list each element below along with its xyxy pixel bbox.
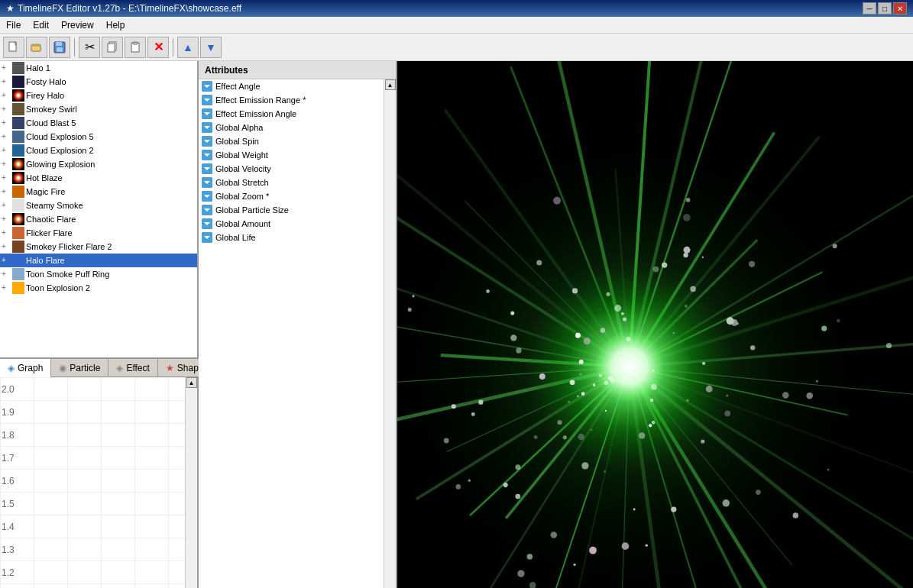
expand-btn-firey[interactable]: + [2, 91, 11, 100]
effect-item-frosty[interactable]: +Fosty Halo [0, 75, 197, 89]
particle-tab-label: Particle [70, 363, 100, 373]
minimize-button[interactable]: ─ [863, 2, 876, 15]
attr-label-10: Global Amount [215, 219, 270, 228]
expand-btn-toonsmoke[interactable]: + [2, 270, 11, 279]
attr-item-11[interactable]: Global Life [199, 231, 384, 244]
effect-icon-toonex [12, 282, 24, 294]
attr-item-9[interactable]: Global Particle Size [199, 203, 384, 217]
attr-item-7[interactable]: Global Stretch [199, 176, 384, 189]
effect-item-cloudex5[interactable]: +Cloud Explosion 5 [0, 130, 197, 144]
effect-item-toonsmoke[interactable]: +Toon Smoke Puff Ring [0, 267, 197, 281]
move-up-button[interactable]: ▲ [177, 37, 199, 58]
svg-rect-9 [133, 42, 138, 44]
effect-icon-cloudex2 [12, 144, 24, 157]
preview-canvas [397, 61, 913, 588]
menu-preview[interactable]: Preview [55, 17, 100, 33]
expand-btn-magicfire[interactable]: + [2, 187, 11, 196]
tab-effect[interactable]: ◈ Effect [108, 359, 157, 376]
attr-icon-6 [202, 163, 212, 174]
attr-item-4[interactable]: Global Spin [199, 134, 384, 148]
effect-item-smokyflicker[interactable]: +Smokey Flicker Flare 2 [0, 240, 197, 254]
expand-btn-cloud5b[interactable]: + [2, 118, 11, 128]
effect-item-toonex[interactable]: +Toon Explosion 2 [0, 281, 197, 295]
effect-item-cloud5b[interactable]: +Cloud Blast 5 [0, 116, 197, 130]
tab-graph[interactable]: ◈ Graph [0, 359, 51, 377]
expand-btn-cloudex2[interactable]: + [2, 146, 11, 155]
attr-item-3[interactable]: Global Alpha [199, 121, 384, 134]
expand-btn-smokey[interactable]: + [2, 105, 11, 114]
effect-icon-magicfire [12, 186, 24, 198]
effect-item-cloudex2[interactable]: +Cloud Explosion 2 [0, 144, 197, 157]
effect-label-steamysmoke: Steamy Smoke [26, 201, 83, 210]
effect-item-glowing[interactable]: +Glowing Explosion [0, 157, 197, 171]
expand-btn-steamysmoke[interactable]: + [2, 201, 11, 210]
effect-item-chaoticflare[interactable]: +Chaotic Flare [0, 212, 197, 226]
expand-btn-haloflare[interactable]: + [2, 256, 11, 265]
new-button[interactable] [3, 37, 24, 58]
titlebar-controls[interactable]: ─ □ ✕ [863, 2, 907, 15]
effect-item-flickerflare[interactable]: +Flicker Flare [0, 226, 197, 240]
graph-vscroll[interactable]: ▲ ▼ [185, 377, 197, 588]
close-button[interactable]: ✕ [893, 2, 907, 15]
attr-vscroll-up[interactable]: ▲ [385, 79, 396, 90]
attr-item-10[interactable]: Global Amount [199, 217, 384, 231]
attr-item-2[interactable]: Effect Emission Angle [199, 107, 384, 121]
effect-item-magicfire[interactable]: +Magic Fire [0, 185, 197, 199]
attributes-panel: Attributes Effect AngleEffect Emission R… [199, 61, 397, 588]
attr-label-3: Global Alpha [215, 123, 263, 132]
menu-help[interactable]: Help [100, 17, 131, 33]
effect-label-cloudex5: Cloud Explosion 5 [26, 132, 94, 141]
effect-item-haloflare[interactable]: +Halo Flare [0, 254, 197, 267]
effect-label-halo1: Halo 1 [26, 63, 50, 73]
expand-btn-flickerflare[interactable]: + [2, 228, 11, 237]
expand-btn-hotblaze[interactable]: + [2, 173, 11, 183]
maximize-button[interactable]: □ [878, 2, 892, 15]
svg-rect-7 [108, 44, 115, 52]
delete-button[interactable]: ✕ [147, 37, 169, 58]
copy-button[interactable] [102, 37, 123, 58]
svg-rect-4 [56, 42, 62, 46]
effect-item-firey[interactable]: +Firey Halo [0, 89, 197, 102]
effect-icon-firey [12, 89, 24, 102]
attributes-list: Effect AngleEffect Emission Range *Effec… [199, 79, 396, 588]
svg-text:1.6: 1.6 [2, 476, 15, 486]
cut-button[interactable]: ✂ [79, 37, 100, 58]
attr-item-8[interactable]: Global Zoom * [199, 189, 384, 203]
expand-btn-frosty[interactable]: + [2, 77, 11, 86]
expand-btn-cloudex5[interactable]: + [2, 132, 11, 141]
paste-button[interactable] [125, 37, 146, 58]
shapes-tab-icon: ★ [166, 363, 174, 373]
effect-item-smokey[interactable]: +Smokey Swirl [0, 102, 197, 116]
effects-list: +Halo 1+Fosty Halo+Firey Halo+Smokey Swi… [0, 61, 197, 359]
effect-icon-chaoticflare [12, 213, 24, 225]
attr-item-6[interactable]: Global Velocity [199, 162, 384, 176]
effect-item-hotblaze[interactable]: +Hot Blaze [0, 171, 197, 185]
effect-icon-frosty [12, 76, 24, 88]
svg-rect-2 [31, 46, 40, 51]
attr-item-5[interactable]: Global Weight [199, 148, 384, 162]
effect-label-magicfire: Magic Fire [26, 187, 65, 196]
open-button[interactable] [26, 37, 47, 58]
expand-btn-toonex[interactable]: + [2, 283, 11, 292]
attr-vscroll[interactable]: ▲ ▼ [384, 79, 396, 588]
tab-particle[interactable]: ◉ Particle [51, 359, 108, 376]
expand-btn-glowing[interactable]: + [2, 160, 11, 169]
effect-item-halo1[interactable]: +Halo 1 [0, 61, 197, 75]
attr-icon-5 [202, 150, 212, 160]
svg-rect-5 [57, 47, 63, 52]
save-button[interactable] [49, 37, 70, 58]
vscroll-up[interactable]: ▲ [186, 377, 197, 388]
move-down-button[interactable]: ▼ [200, 37, 222, 58]
attr-icon-1 [202, 95, 212, 105]
menu-edit[interactable]: Edit [27, 17, 55, 33]
attr-label-9: Global Particle Size [215, 205, 289, 215]
expand-btn-smokyflicker[interactable]: + [2, 242, 11, 251]
expand-btn-chaoticflare[interactable]: + [2, 215, 11, 224]
expand-btn-halo1[interactable]: + [2, 63, 11, 73]
app-icon: ★ [6, 3, 15, 14]
effect-item-steamysmoke[interactable]: +Steamy Smoke [0, 199, 197, 212]
effect-label-flickerflare: Flicker Flare [26, 228, 73, 237]
menu-file[interactable]: File [0, 17, 27, 33]
attr-item-0[interactable]: Effect Angle [199, 79, 384, 93]
attr-item-1[interactable]: Effect Emission Range * [199, 93, 384, 107]
